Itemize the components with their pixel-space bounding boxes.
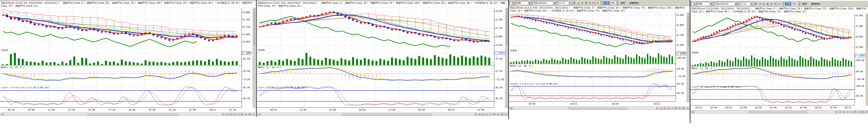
spinner-icon[interactable]: ▲▼ (798, 2, 800, 5)
vertical-scrollbar[interactable]: ▲ (505, 8, 508, 108)
chart-tool-button-3[interactable]: − (849, 110, 853, 113)
chart-tool-button-2[interactable]: + (666, 107, 670, 110)
horizontal-scroll-thumb[interactable] (567, 107, 627, 110)
period-button-2[interactable]: 週 (584, 1, 588, 5)
price-chart-canvas[interactable] (257, 8, 504, 112)
chart-tool-button-0[interactable]: ◄ (225, 113, 229, 116)
scroll-right-icon[interactable]: ► (221, 113, 225, 116)
period-button-0[interactable]: 分 (758, 2, 762, 6)
contract-dropdown[interactable]: 11/12▼ (557, 1, 572, 5)
horizontal-scrollbar[interactable]: ◄ ► ◄►+−DL日✕ (0, 112, 255, 116)
mini-dropdown[interactable]: ▼ (691, 2, 696, 6)
vertical-scrollbar[interactable]: ▲ (866, 13, 868, 106)
period-button-0[interactable]: 分 (577, 1, 580, 5)
chevron-down-icon[interactable]: ▼ (568, 1, 572, 5)
contract-dropdown[interactable]: 11/12▼ (739, 2, 753, 6)
scroll-left-icon[interactable]: ◄ (509, 107, 513, 110)
chart-tool-button-3[interactable]: − (237, 113, 240, 116)
vertical-scrollbar[interactable]: ▼ (687, 13, 689, 102)
vertical-scrollbar[interactable]: ▲ (253, 8, 255, 108)
price-chart-canvas[interactable] (690, 13, 865, 110)
chart-tool-button-7[interactable]: ✕ (251, 113, 255, 116)
hscroll-track[interactable] (694, 110, 834, 113)
chart-tool-button-2[interactable]: + (846, 110, 849, 113)
horizontal-scroll-thumb[interactable] (748, 110, 807, 113)
spinner-icon[interactable]: ▲▼ (616, 1, 619, 5)
chart-tool-button-5[interactable]: L (496, 113, 500, 116)
price-chart-canvas[interactable] (509, 13, 686, 106)
scroll-left-icon[interactable]: ◄ (257, 113, 261, 116)
horizontal-scroll-thumb[interactable] (342, 113, 432, 116)
chart-tool-button-7[interactable]: ✕ (685, 107, 689, 110)
chart-tool-button-7[interactable]: ✕ (504, 113, 507, 116)
horizontal-scroll-thumb[interactable] (87, 113, 178, 116)
chart-tool-button-0[interactable]: ◄ (838, 110, 842, 113)
chart-tool-button-2[interactable]: + (232, 113, 236, 116)
period-button-1[interactable]: 日 (762, 2, 766, 6)
chart-tool-button-3[interactable]: − (489, 113, 492, 116)
chevron-down-icon[interactable]: ▼ (553, 1, 556, 5)
apply-button[interactable]: 適用 (801, 2, 807, 6)
chart-tool-button-6[interactable]: 日 (248, 113, 251, 116)
vertical-scroll-thumb[interactable] (687, 16, 689, 47)
horizontal-scrollbar[interactable]: ◄ ► ◄►+−DL日✕ (509, 106, 689, 110)
scroll-up-icon[interactable]: ▼ (687, 13, 689, 15)
period-button-4[interactable]: 年 (592, 1, 595, 5)
scroll-up-icon[interactable]: ▲ (253, 8, 255, 11)
scroll-right-icon[interactable]: ► (474, 113, 477, 116)
spinner-icon[interactable]: ▲▼ (782, 2, 784, 5)
chart-tool-button-4[interactable]: D (853, 110, 857, 113)
count-input[interactable]: 500▲▼ (792, 2, 800, 6)
instrument-dropdown[interactable]: 日経225mini▼ (532, 1, 556, 5)
chart-tool-button-6[interactable]: 日 (682, 107, 685, 110)
minute-input[interactable]: 60▲▼ (777, 2, 784, 6)
category-dropdown[interactable]: 先物▼ (697, 2, 713, 6)
chart-tool-button-6[interactable]: 日 (861, 110, 864, 113)
vertical-scroll-thumb[interactable] (866, 17, 868, 48)
chart-tool-button-0[interactable]: ◄ (477, 113, 481, 116)
period-button-3[interactable]: 月 (588, 1, 592, 5)
hscroll-track[interactable] (4, 113, 221, 116)
spinner-icon[interactable]: ▲▼ (600, 1, 603, 5)
apply-button[interactable]: 適用 (619, 1, 626, 5)
minute-input[interactable]: 30▲▼ (596, 1, 603, 5)
scroll-up-icon[interactable]: ▲ (866, 14, 868, 16)
chart-tool-button-0[interactable]: ◄ (659, 107, 663, 110)
chart-tool-button-3[interactable]: − (671, 107, 674, 110)
scroll-right-icon[interactable]: ► (655, 107, 659, 110)
chart-tool-button-4[interactable]: D (240, 113, 244, 116)
horizontal-scrollbar[interactable]: ◄ ► ◄►+−DL日✕ (257, 112, 508, 116)
chart-tool-button-5[interactable]: L (857, 110, 861, 113)
chevron-down-icon[interactable]: ▼ (750, 2, 753, 6)
period-button-4[interactable]: 年 (773, 2, 777, 6)
vertical-scroll-thumb[interactable] (253, 11, 255, 45)
scroll-left-icon[interactable]: ◄ (691, 110, 694, 113)
scroll-up-icon[interactable]: ▲ (505, 8, 508, 11)
scroll-right-icon[interactable]: ► (834, 110, 838, 113)
multi-symbol-button[interactable]: 複数銘柄 (628, 1, 639, 5)
chart-tool-button-2[interactable]: + (485, 113, 489, 116)
mini-dropdown[interactable]: ▼ (509, 1, 515, 5)
chevron-down-icon[interactable]: ▼ (511, 1, 515, 5)
period-button-2[interactable]: 週 (766, 2, 769, 6)
category-dropdown[interactable]: 先物▼ (516, 1, 531, 5)
period-button-1[interactable]: 日 (581, 1, 584, 5)
instrument-dropdown[interactable]: 日経225mini▼ (714, 2, 738, 6)
chart-tool-button-1[interactable]: ► (229, 113, 232, 116)
horizontal-scrollbar[interactable]: ◄ ► ◄►+−DL日✕ (691, 110, 868, 113)
chart-tool-button-6[interactable]: 日 (500, 113, 504, 116)
chevron-down-icon[interactable]: ▼ (692, 2, 696, 6)
hscroll-track[interactable] (261, 113, 474, 116)
chart-tool-button-7[interactable]: ✕ (864, 110, 868, 113)
multi-symbol-button[interactable]: 複数銘柄 (810, 2, 821, 6)
hscroll-track[interactable] (513, 107, 655, 110)
chart-tool-button-1[interactable]: ► (842, 110, 845, 113)
chart-tool-button-4[interactable]: D (493, 113, 496, 116)
chart-tool-button-5[interactable]: L (678, 107, 681, 110)
price-chart-canvas[interactable] (0, 8, 252, 112)
vertical-scroll-thumb[interactable] (505, 11, 508, 45)
chart-tool-button-5[interactable]: L (244, 113, 247, 116)
count-input[interactable]: 500▲▼ (610, 1, 619, 5)
chevron-down-icon[interactable]: ▼ (709, 2, 713, 6)
chart-tool-button-1[interactable]: ► (663, 107, 666, 110)
